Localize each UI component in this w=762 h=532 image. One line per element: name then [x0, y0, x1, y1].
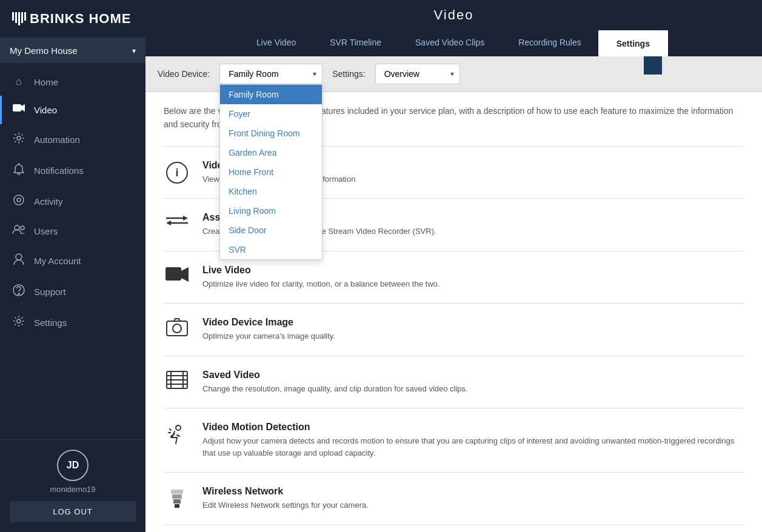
svg-point-21 [173, 324, 181, 333]
tab-recording-rules[interactable]: Recording Rules [501, 30, 598, 56]
sidebar-item-my-account[interactable]: My Account [0, 245, 145, 276]
sidebar-nav: ⌂ Home Video Automation Notifications [0, 63, 145, 439]
motion-detection-content: Video Motion Detection Adjust how your c… [202, 422, 744, 459]
wireless-network-title: Wireless Network [202, 486, 369, 497]
tab-svr-timeline[interactable]: SVR Timeline [313, 30, 398, 56]
svg-rect-0 [13, 104, 21, 111]
video-device-select-wrapper: Family Room Foyer Front Dining Room Gard… [219, 64, 323, 84]
dropdown-item-living-room[interactable]: Living Room [220, 201, 322, 221]
sidebar-item-home[interactable]: ⌂ Home [0, 68, 145, 96]
video-device-select[interactable]: Family Room Foyer Front Dining Room Gard… [219, 64, 323, 84]
live-video-title: Live Video [202, 265, 439, 276]
sidebar-item-activity[interactable]: Activity [0, 186, 145, 217]
sidebar-item-users-label: Users [34, 226, 58, 236]
sidebar-item-notifications-label: Notifications [34, 165, 84, 176]
device-dropdown: Family Room Foyer Front Dining Room Gard… [219, 84, 323, 260]
saved-video-title: Saved Video [202, 370, 468, 381]
dropdown-item-front-dining-room[interactable]: Front Dining Room [220, 124, 322, 143]
avatar-section: JD monidemo19 [10, 450, 136, 494]
motion-detection-icon [164, 423, 190, 445]
activity-icon [12, 194, 25, 209]
sidebar-item-home-label: Home [34, 77, 58, 87]
wireless-network-icon [164, 487, 190, 509]
svg-marker-11 [635, 56, 671, 75]
users-icon [12, 225, 25, 238]
svg-rect-20 [167, 321, 187, 336]
sidebar-item-automation-label: Automation [34, 135, 80, 145]
logout-button[interactable]: LOG OUT [10, 501, 136, 522]
sidebar-item-automation[interactable]: Automation [0, 124, 145, 155]
sidebar-item-users[interactable]: Users [0, 217, 145, 245]
dropdown-item-side-door[interactable]: Side Door [220, 221, 322, 240]
sidebar-item-settings-label: Settings [34, 318, 67, 328]
home-icon: ⌂ [12, 76, 25, 88]
video-device-info-icon: i [164, 161, 190, 184]
saved-video-desc: Change the resolution, image quality, an… [202, 383, 468, 395]
svg-rect-29 [175, 504, 179, 508]
sidebar-logo: BRINKS HOME [0, 0, 145, 38]
video-device-image-icon [164, 318, 190, 337]
username: monidemo19 [50, 485, 95, 494]
svg-point-7 [16, 254, 22, 260]
settings-select-wrapper: Overview ▾ [375, 64, 460, 84]
wireless-network-content: Wireless Network Edit Wireless Network s… [202, 486, 369, 511]
house-name: My Demo House [10, 45, 78, 56]
my-account-icon [12, 253, 25, 268]
tab-saved-video-clips[interactable]: Saved Video Clips [398, 30, 501, 56]
settings-row-motion-detection[interactable]: Video Motion Detection Adjust how your c… [164, 408, 744, 472]
video-device-image-content: Video Device Image Optimize your camera'… [202, 317, 335, 342]
automation-icon [12, 132, 25, 147]
sidebar-item-settings[interactable]: Settings [0, 307, 145, 338]
device-selector-bar: Video Device: Family Room Foyer Front Di… [145, 56, 762, 92]
video-icon [12, 104, 25, 116]
dropdown-item-garden-area[interactable]: Garden Area [220, 143, 322, 162]
main-content: Video Live Video SVR Timeline Saved Vide… [145, 0, 762, 532]
page-title: Video [145, 7, 762, 23]
settings-row-video-device-image[interactable]: Video Device Image Optimize your camera'… [164, 303, 744, 356]
wireless-network-desc: Edit Wireless Network settings for your … [202, 499, 369, 511]
video-device-label: Video Device: [158, 69, 210, 79]
svg-rect-31 [172, 494, 182, 499]
tab-settings[interactable]: Settings [598, 30, 668, 58]
dropdown-item-svr[interactable]: SVR [220, 240, 322, 259]
sidebar-item-support-label: Support [34, 287, 66, 297]
logo-bar-1 [12, 12, 14, 21]
sidebar-item-video-label: Video [34, 105, 57, 115]
sidebar-item-support[interactable]: Support [0, 276, 145, 307]
sidebar-item-activity-label: Activity [34, 196, 63, 207]
logo-bar-2 [15, 12, 17, 23]
svg-point-2 [17, 136, 21, 140]
logo-text: BRINKS HOME [30, 11, 131, 27]
settings-row-add-video-device[interactable]: Add Video Device Add a video camera or S… [164, 525, 744, 532]
sidebar: BRINKS HOME My Demo House ▾ ⌂ Home Video… [0, 0, 145, 532]
house-selector[interactable]: My Demo House ▾ [0, 38, 145, 63]
support-icon [12, 284, 25, 299]
svg-rect-18 [165, 267, 181, 281]
svg-point-4 [17, 198, 21, 202]
logo-bar-3 [18, 12, 20, 25]
arrow-indicator [623, 56, 683, 77]
logo-bars-icon [12, 12, 26, 25]
dropdown-item-kitchen[interactable]: Kitchen [220, 182, 322, 201]
settings-row-wireless-network[interactable]: Wireless Network Edit Wireless Network s… [164, 472, 744, 525]
dropdown-item-home-front[interactable]: Home Front [220, 162, 322, 182]
dropdown-item-foyer[interactable]: Foyer [220, 104, 322, 124]
avatar: JD [57, 450, 89, 481]
settings-select[interactable]: Overview [375, 64, 460, 84]
sidebar-item-my-account-label: My Account [34, 256, 81, 266]
svg-point-28 [176, 425, 181, 430]
dropdown-item-family-room[interactable]: Family Room [220, 85, 322, 104]
sidebar-item-video[interactable]: Video [0, 96, 145, 124]
sidebar-bottom: JD monidemo19 LOG OUT [0, 439, 145, 532]
associate-camera-icon [164, 213, 190, 228]
live-video-desc: Optimize live video for clarity, motion,… [202, 278, 439, 290]
svg-rect-30 [173, 499, 181, 504]
svg-marker-17 [166, 221, 171, 225]
tab-live-video[interactable]: Live Video [239, 30, 313, 56]
settings-row-saved-video[interactable]: Saved Video Change the resolution, image… [164, 356, 744, 408]
settings-icon [12, 315, 25, 330]
top-header: Video Live Video SVR Timeline Saved Vide… [145, 0, 762, 56]
chevron-down-icon: ▾ [132, 47, 136, 55]
sidebar-item-notifications[interactable]: Notifications [0, 155, 145, 186]
motion-detection-title: Video Motion Detection [202, 422, 744, 433]
